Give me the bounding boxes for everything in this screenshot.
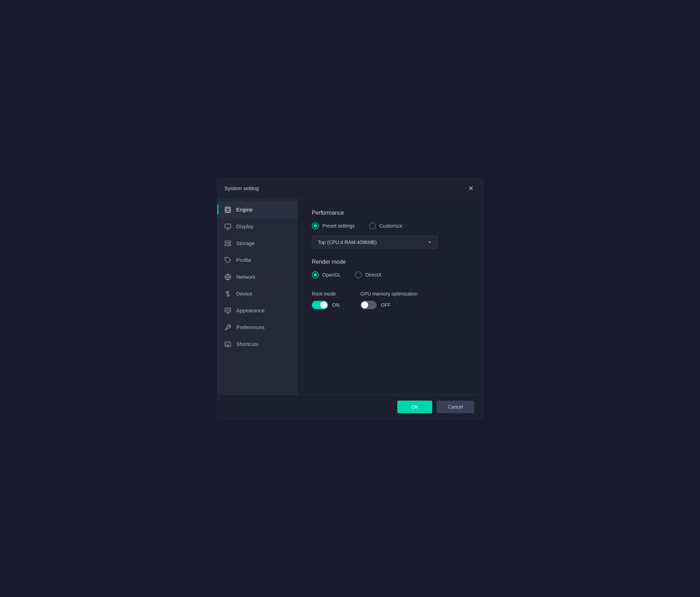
network-icon: [224, 273, 231, 280]
performance-title: Performance: [312, 210, 469, 216]
directx-radio-circle: [355, 271, 362, 278]
sidebar-label-shortcuts: Shortcuts: [236, 341, 258, 347]
root-mode-state: ON: [332, 302, 340, 308]
root-mode-title: Root mode: [312, 291, 340, 297]
svg-rect-0: [225, 207, 231, 212]
gpu-memory-state: OFF: [381, 302, 391, 308]
render-mode-radio-group: OpenGL DirectX: [312, 271, 469, 278]
sidebar-item-storage[interactable]: Storage: [217, 235, 298, 252]
sidebar-item-engine[interactable]: Engine: [217, 201, 298, 218]
sidebar-label-appearance: Appearance: [236, 307, 265, 313]
opengl-radio-circle: [312, 271, 319, 278]
appearance-icon: [224, 307, 231, 314]
sidebar-item-preferences[interactable]: Preferences: [217, 319, 298, 336]
system-setting-dialog: System setting ✕ Engine Display: [217, 178, 483, 419]
sidebar-label-display: Display: [236, 223, 253, 229]
directx-radio[interactable]: DirectX: [355, 271, 382, 278]
sidebar-item-profile[interactable]: Profile: [217, 252, 298, 269]
sidebar-label-device: Device: [236, 291, 252, 297]
footer: OK Cancel: [217, 395, 483, 419]
customize-radio-circle: [369, 222, 376, 229]
gpu-memory-title: GPU memory optimization: [360, 291, 418, 297]
display-icon: [224, 223, 231, 230]
device-icon: [224, 290, 231, 297]
dropdown-arrow-icon: ▼: [428, 240, 432, 245]
customize-radio[interactable]: Customize: [369, 222, 402, 229]
opengl-radio[interactable]: OpenGL: [312, 271, 341, 278]
title-bar: System setting ✕: [217, 179, 483, 199]
preset-settings-radio[interactable]: Preset settings: [312, 222, 355, 229]
close-button[interactable]: ✕: [466, 183, 476, 193]
render-mode-section: Render mode OpenGL DirectX: [312, 259, 469, 285]
root-mode-group: Root mode ON: [312, 291, 340, 309]
gpu-memory-toggle-row: OFF: [360, 301, 418, 309]
sidebar-item-appearance[interactable]: Appearance: [217, 302, 298, 319]
sidebar-label-storage: Storage: [236, 240, 255, 246]
performance-section: Performance Preset settings Customize To…: [312, 210, 469, 259]
customize-label: Customize: [379, 223, 402, 229]
sidebar-label-engine: Engine: [236, 207, 253, 213]
engine-icon: [224, 206, 231, 213]
render-mode-title: Render mode: [312, 259, 469, 265]
svg-point-12: [230, 244, 230, 245]
svg-rect-6: [225, 224, 231, 228]
root-mode-toggle-row: ON: [312, 301, 340, 309]
sidebar: Engine Display Storage: [217, 199, 298, 395]
opengl-label: OpenGL: [322, 272, 341, 278]
gpu-memory-group: GPU memory optimization OFF: [360, 291, 418, 309]
storage-icon: [224, 240, 231, 247]
preferences-icon: [224, 324, 231, 331]
sidebar-label-preferences: Preferences: [236, 324, 265, 330]
dropdown-value: Top (CPU:4 RAM:4096MB): [318, 240, 377, 245]
ok-button[interactable]: OK: [397, 401, 432, 413]
svg-point-11: [230, 242, 230, 242]
toggle-row: Root mode ON GPU memory optimization OFF: [312, 291, 469, 309]
dialog-body: Engine Display Storage: [217, 199, 483, 395]
performance-radio-group: Preset settings Customize: [312, 222, 469, 229]
sidebar-item-device[interactable]: Device: [217, 285, 298, 302]
dialog-title: System setting: [224, 185, 259, 191]
svg-rect-17: [225, 308, 231, 312]
sidebar-label-profile: Profile: [236, 257, 251, 263]
shortcuts-icon: [224, 341, 231, 348]
sidebar-label-network: Network: [236, 274, 255, 280]
preset-radio-circle: [312, 222, 319, 229]
svg-rect-1: [226, 208, 229, 211]
profile-icon: [224, 257, 231, 264]
content-area: Performance Preset settings Customize To…: [298, 199, 483, 395]
sidebar-item-display[interactable]: Display: [217, 218, 298, 235]
performance-dropdown[interactable]: Top (CPU:4 RAM:4096MB) ▼: [312, 236, 438, 249]
root-mode-toggle[interactable]: [312, 301, 328, 309]
sidebar-item-network[interactable]: Network: [217, 269, 298, 285]
cancel-button[interactable]: Cancel: [436, 401, 474, 413]
sidebar-item-shortcuts[interactable]: Shortcuts: [217, 336, 298, 353]
gpu-memory-toggle[interactable]: [360, 301, 377, 309]
preset-settings-label: Preset settings: [322, 223, 355, 229]
directx-label: DirectX: [365, 272, 382, 278]
